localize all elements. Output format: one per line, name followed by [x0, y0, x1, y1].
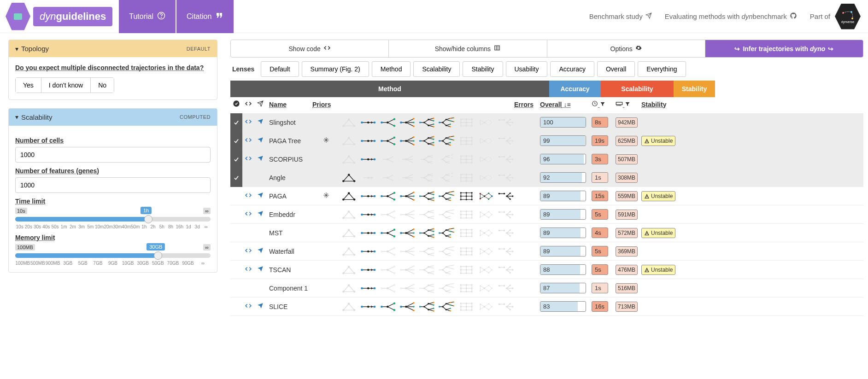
benchmark-link[interactable]: Benchmark study: [589, 12, 652, 20]
overall-cell[interactable]: 89: [537, 209, 589, 220]
col-priors[interactable]: Priors: [312, 101, 340, 108]
method-name[interactable]: Angle: [266, 174, 312, 181]
overall-cell[interactable]: 89: [537, 227, 589, 238]
row-checkbox[interactable]: [230, 297, 242, 316]
overall-cell[interactable]: 92: [537, 172, 589, 183]
overall-cell[interactable]: 87: [537, 283, 589, 293]
lens-usability[interactable]: Usability: [506, 61, 548, 77]
row-checkbox[interactable]: [230, 261, 242, 279]
method-name[interactable]: Waterfall: [266, 248, 312, 255]
showcols-button[interactable]: Show/hide columns: [389, 40, 547, 57]
slider-thumb[interactable]: [144, 215, 152, 223]
time-slider[interactable]: 10s ∞ 1h 10s20s30s40s50s1m2m3m5m10m20m30…: [15, 208, 211, 229]
topology-icon: [497, 246, 514, 257]
lens-accuracy[interactable]: Accuracy: [550, 61, 594, 77]
col-memory[interactable]: [613, 101, 639, 108]
lens-method[interactable]: Method: [372, 61, 411, 77]
topology-no-button[interactable]: No: [91, 78, 114, 93]
tutorial-button[interactable]: Tutorial: [119, 0, 176, 33]
svg-point-495: [353, 217, 356, 219]
method-name[interactable]: Component 1: [266, 285, 312, 292]
svg-point-935: [471, 287, 472, 289]
row-checkbox[interactable]: [230, 187, 242, 205]
options-button[interactable]: Options: [547, 40, 705, 57]
code-icon[interactable]: [242, 118, 254, 126]
row-checkbox[interactable]: [230, 132, 242, 150]
paper-plane-icon[interactable]: [254, 155, 266, 163]
topology-header[interactable]: ▾ Topology DEFAULT: [9, 40, 217, 57]
lens-overall[interactable]: Overall: [597, 61, 635, 77]
row-checkbox[interactable]: [230, 205, 242, 224]
method-name[interactable]: Embeddr: [266, 211, 312, 218]
col-send[interactable]: [254, 100, 266, 108]
cat-scalability[interactable]: Scalability: [601, 81, 674, 97]
lens-scalability[interactable]: Scalability: [413, 61, 460, 77]
nfeat-input[interactable]: [15, 177, 211, 193]
method-name[interactable]: Slingshot: [266, 119, 312, 126]
method-name[interactable]: SCORPIUS: [266, 156, 312, 163]
paper-plane-icon[interactable]: [254, 247, 266, 255]
lens-summary-fig-2-[interactable]: Summary (Fig. 2): [302, 61, 369, 77]
cat-accuracy[interactable]: Accuracy: [549, 81, 601, 97]
dynverse-badge-icon[interactable]: dynverse: [835, 4, 861, 29]
code-icon[interactable]: [242, 155, 254, 163]
paper-plane-icon[interactable]: [254, 210, 266, 218]
row-checkbox[interactable]: [230, 169, 242, 187]
row-checkbox[interactable]: [230, 242, 242, 261]
row-checkbox[interactable]: [230, 224, 242, 242]
topology-dontknow-button[interactable]: I don't know: [41, 78, 91, 93]
overall-cell[interactable]: 89: [537, 246, 589, 257]
paper-plane-icon[interactable]: [254, 118, 266, 126]
col-selected[interactable]: [230, 100, 242, 109]
svg-point-115: [353, 143, 356, 146]
showcode-label: Show code: [288, 45, 320, 52]
dynbenchmark-link[interactable]: Evaluating methods with dynbenchmark: [665, 12, 797, 21]
row-checkbox[interactable]: [230, 150, 242, 169]
cat-stability[interactable]: Stability: [674, 81, 715, 97]
svg-point-498: [367, 213, 369, 216]
citation-button[interactable]: Citation: [176, 0, 234, 33]
code-icon[interactable]: [242, 247, 254, 255]
method-name[interactable]: PAGA Tree: [266, 137, 312, 145]
col-name[interactable]: Name: [266, 101, 312, 108]
topology-yes-button[interactable]: Yes: [16, 78, 41, 93]
infer-button[interactable]: ↪ Infer trajectories with dyno ↪: [705, 40, 863, 57]
code-icon[interactable]: [242, 137, 254, 145]
method-name[interactable]: PAGA: [266, 192, 312, 200]
col-overall[interactable]: Overall ↓≡: [537, 101, 589, 108]
col-time[interactable]: [589, 100, 613, 108]
paper-plane-icon[interactable]: [254, 303, 266, 310]
code-icon[interactable]: [242, 303, 254, 310]
overall-cell[interactable]: 96: [537, 154, 589, 164]
row-checkbox[interactable]: [230, 113, 242, 132]
overall-cell[interactable]: 99: [537, 135, 589, 146]
lens-everything[interactable]: Everything: [638, 61, 686, 77]
ncells-input[interactable]: [15, 147, 211, 163]
slider-thumb[interactable]: [154, 251, 162, 260]
code-icon[interactable]: [242, 192, 254, 200]
scalability-header[interactable]: ▾ Scalability COMPUTED: [9, 109, 217, 126]
code-icon[interactable]: [242, 210, 254, 218]
code-icon[interactable]: [242, 266, 254, 274]
overall-cell[interactable]: 89: [537, 191, 589, 201]
lens-stability[interactable]: Stability: [463, 61, 503, 77]
overall-cell[interactable]: 88: [537, 264, 589, 275]
col-errors[interactable]: Errors: [514, 101, 537, 108]
paper-plane-icon[interactable]: [254, 192, 266, 200]
logo-area[interactable]: dynguidelines: [0, 3, 118, 30]
topology-icon: [418, 135, 436, 146]
overall-cell[interactable]: 83: [537, 301, 589, 312]
col-stability[interactable]: Stability: [639, 101, 680, 108]
row-checkbox[interactable]: [230, 279, 242, 297]
paper-plane-icon[interactable]: [254, 137, 266, 145]
paper-plane-icon[interactable]: [254, 266, 266, 274]
method-name[interactable]: MST: [266, 229, 312, 237]
mem-slider[interactable]: 100MB ∞ 30GB 100MB500MB900MB3GB5GB7GB9GB…: [15, 244, 211, 266]
method-name[interactable]: TSCAN: [266, 266, 312, 274]
overall-cell[interactable]: 100: [537, 117, 589, 128]
lens-default[interactable]: Default: [261, 61, 299, 77]
showcode-button[interactable]: Show code: [231, 40, 389, 57]
topology-icon: [418, 117, 436, 128]
method-name[interactable]: SLICE: [266, 303, 312, 310]
col-code[interactable]: [242, 100, 254, 108]
